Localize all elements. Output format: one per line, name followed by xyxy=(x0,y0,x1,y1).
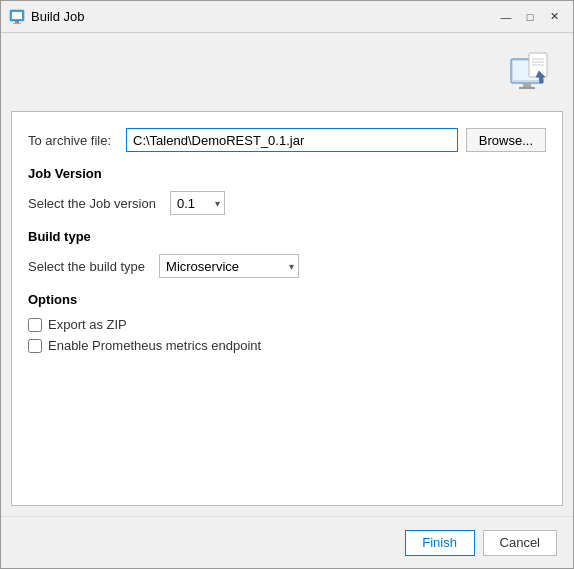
close-button[interactable]: ✕ xyxy=(543,6,565,28)
build-type-select-wrapper: Microservice Standard Docker xyxy=(159,254,299,278)
export-zip-row: Export as ZIP xyxy=(28,317,546,332)
main-panel: To archive file: Browse... Job Version S… xyxy=(11,111,563,506)
prometheus-row: Enable Prometheus metrics endpoint xyxy=(28,338,546,353)
maximize-button[interactable]: □ xyxy=(519,6,541,28)
prometheus-metrics-checkbox[interactable] xyxy=(28,339,42,353)
build-icon xyxy=(501,47,553,99)
job-version-select[interactable]: 0.1 0.2 1.0 xyxy=(170,191,225,215)
svg-rect-3 xyxy=(13,23,21,24)
job-version-select-wrapper: 0.1 0.2 1.0 xyxy=(170,191,225,215)
window-controls: — □ ✕ xyxy=(495,6,565,28)
dialog-title: Build Job xyxy=(31,9,495,24)
archive-file-input[interactable] xyxy=(126,128,458,152)
svg-rect-7 xyxy=(519,87,535,89)
bottom-bar: Finish Cancel xyxy=(1,516,573,568)
archive-file-row: To archive file: Browse... xyxy=(28,128,546,152)
title-bar: Build Job — □ ✕ xyxy=(1,1,573,33)
options-title: Options xyxy=(28,292,546,307)
build-job-dialog: Build Job — □ ✕ xyxy=(0,0,574,569)
build-type-title: Build type xyxy=(28,229,546,244)
svg-rect-6 xyxy=(523,83,531,87)
job-version-label: Select the Job version xyxy=(28,196,156,211)
svg-rect-2 xyxy=(15,21,19,23)
dialog-icon xyxy=(9,9,25,25)
prometheus-metrics-label[interactable]: Enable Prometheus metrics endpoint xyxy=(48,338,261,353)
browse-button[interactable]: Browse... xyxy=(466,128,546,152)
cancel-button[interactable]: Cancel xyxy=(483,530,557,556)
job-version-title: Job Version xyxy=(28,166,546,181)
build-type-section: Build type Select the build type Microse… xyxy=(28,229,546,278)
archive-file-label: To archive file: xyxy=(28,133,118,148)
build-type-label: Select the build type xyxy=(28,259,145,274)
dialog-body: To archive file: Browse... Job Version S… xyxy=(1,33,573,516)
export-zip-label[interactable]: Export as ZIP xyxy=(48,317,127,332)
build-type-select[interactable]: Microservice Standard Docker xyxy=(159,254,299,278)
icon-area xyxy=(11,43,563,103)
job-version-row: Select the Job version 0.1 0.2 1.0 xyxy=(28,191,546,215)
build-type-row: Select the build type Microservice Stand… xyxy=(28,254,546,278)
finish-button[interactable]: Finish xyxy=(405,530,475,556)
minimize-button[interactable]: — xyxy=(495,6,517,28)
job-version-section: Job Version Select the Job version 0.1 0… xyxy=(28,166,546,215)
svg-rect-1 xyxy=(12,12,22,19)
export-zip-checkbox[interactable] xyxy=(28,318,42,332)
options-section: Options Export as ZIP Enable Prometheus … xyxy=(28,292,546,353)
